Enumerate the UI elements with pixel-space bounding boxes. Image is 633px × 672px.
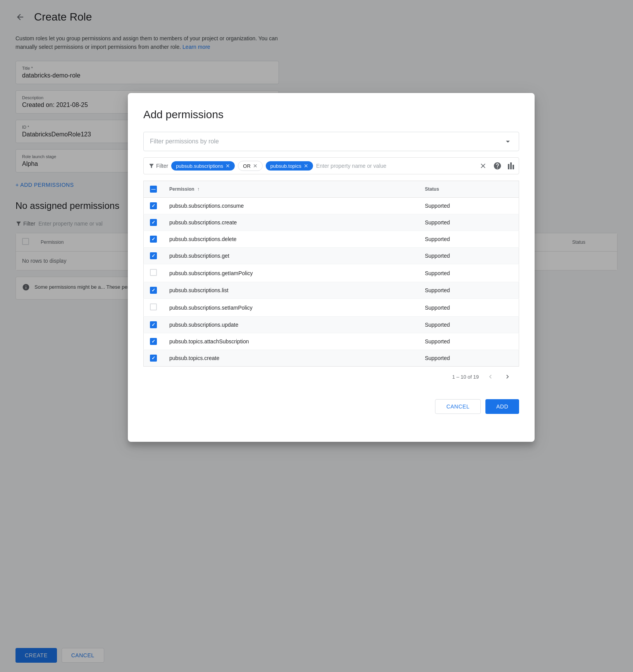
prev-page-button[interactable] <box>485 371 496 382</box>
row-checkbox-5[interactable] <box>150 287 157 294</box>
add-permissions-dialog: Add permissions Filter permissions by ro… <box>128 93 535 442</box>
pagination-text: 1 – 10 of 19 <box>452 374 479 380</box>
help-icon <box>493 162 502 170</box>
row-status-4: Supported <box>419 264 519 282</box>
table-row: pubsub.subscriptions.setIamPolicySupport… <box>144 299 519 317</box>
col-status-header: Status <box>419 181 519 198</box>
chip-or-label: OR <box>243 163 251 169</box>
row-status-5: Supported <box>419 282 519 299</box>
columns-icon <box>508 162 514 169</box>
chip-topics-close[interactable]: ✕ <box>304 163 308 169</box>
dialog-add-button[interactable]: ADD <box>485 399 519 414</box>
row-status-1: Supported <box>419 214 519 231</box>
close-icon <box>479 162 487 170</box>
row-permission-2: pubsub.subscriptions.delete <box>163 231 419 248</box>
header-checkbox-cell <box>144 181 163 198</box>
columns-button[interactable] <box>508 162 514 169</box>
row-checkbox-2[interactable] <box>150 236 157 243</box>
row-status-7: Supported <box>419 317 519 333</box>
row-checkbox-8[interactable] <box>150 338 157 345</box>
row-checkbox-7[interactable] <box>150 321 157 328</box>
col-permission-header: Permission ↑ <box>163 181 419 198</box>
row-checkbox-4[interactable] <box>150 269 157 276</box>
row-checkbox-3[interactable] <box>150 252 157 259</box>
row-checkbox-6[interactable] <box>150 303 157 310</box>
table-row: pubsub.subscriptions.deleteSupported <box>144 231 519 248</box>
next-page-button[interactable] <box>502 371 513 382</box>
filter-text: Filter <box>156 163 168 169</box>
filter-help-button[interactable] <box>493 162 502 170</box>
filter-clear-button[interactable] <box>479 162 487 170</box>
table-row: pubsub.subscriptions.consumeSupported <box>144 198 519 214</box>
dialog-cancel-button[interactable]: CANCEL <box>435 399 481 414</box>
row-permission-4: pubsub.subscriptions.getIamPolicy <box>163 264 419 282</box>
row-status-2: Supported <box>419 231 519 248</box>
permissions-table: Permission ↑ Status pubsub.subscriptions… <box>143 181 519 367</box>
row-permission-7: pubsub.subscriptions.update <box>163 317 419 333</box>
row-permission-9: pubsub.topics.create <box>163 350 419 367</box>
filter-input-placeholder[interactable]: Enter property name or value <box>316 163 476 169</box>
chip-topics-label: pubsub.topics <box>270 163 301 169</box>
dropdown-chevron-icon <box>503 137 513 146</box>
table-row: pubsub.topics.attachSubscriptionSupporte… <box>144 333 519 350</box>
filter-chips-area: pubsub.subscriptions ✕ OR ✕ pubsub.topic… <box>171 161 476 171</box>
row-status-6: Supported <box>419 299 519 317</box>
chevron-right-icon <box>504 373 511 381</box>
dialog-title: Add permissions <box>143 109 519 121</box>
chip-subscriptions[interactable]: pubsub.subscriptions ✕ <box>171 161 235 171</box>
row-status-3: Supported <box>419 248 519 264</box>
chip-subscriptions-close[interactable]: ✕ <box>225 163 230 169</box>
chip-or-close[interactable]: ✕ <box>253 163 258 169</box>
row-checkbox-1[interactable] <box>150 219 157 226</box>
table-row: pubsub.subscriptions.getIamPolicySupport… <box>144 264 519 282</box>
table-row: pubsub.subscriptions.listSupported <box>144 282 519 299</box>
row-permission-8: pubsub.topics.attachSubscription <box>163 333 419 350</box>
table-row: pubsub.subscriptions.createSupported <box>144 214 519 231</box>
row-permission-6: pubsub.subscriptions.setIamPolicy <box>163 299 419 317</box>
table-row: pubsub.subscriptions.updateSupported <box>144 317 519 333</box>
chip-subscriptions-label: pubsub.subscriptions <box>176 163 223 169</box>
filter-actions <box>479 162 514 170</box>
row-permission-1: pubsub.subscriptions.create <box>163 214 419 231</box>
row-status-8: Supported <box>419 333 519 350</box>
row-checkbox-9[interactable] <box>150 355 157 362</box>
select-all-checkbox[interactable] <box>150 186 157 193</box>
row-permission-3: pubsub.subscriptions.get <box>163 248 419 264</box>
row-checkbox-0[interactable] <box>150 202 157 209</box>
dialog-actions: CANCEL ADD <box>143 399 519 414</box>
filter-label-dialog: Filter <box>148 163 168 169</box>
chip-topics[interactable]: pubsub.topics ✕ <box>266 161 313 171</box>
pagination: 1 – 10 of 19 <box>143 367 519 387</box>
filter-icon <box>148 163 155 169</box>
sort-arrow-icon[interactable]: ↑ <box>197 186 200 192</box>
chevron-left-icon <box>487 373 494 381</box>
table-row: pubsub.subscriptions.getSupported <box>144 248 519 264</box>
chip-or: OR ✕ <box>238 161 263 171</box>
row-status-9: Supported <box>419 350 519 367</box>
role-filter-dropdown[interactable]: Filter permissions by role <box>143 132 519 151</box>
row-permission-0: pubsub.subscriptions.consume <box>163 198 419 214</box>
row-permission-5: pubsub.subscriptions.list <box>163 282 419 299</box>
table-row: pubsub.topics.createSupported <box>144 350 519 367</box>
dialog-filter-bar: Filter pubsub.subscriptions ✕ OR ✕ pubsu… <box>143 157 519 174</box>
row-status-0: Supported <box>419 198 519 214</box>
role-filter-placeholder: Filter permissions by role <box>150 138 219 145</box>
